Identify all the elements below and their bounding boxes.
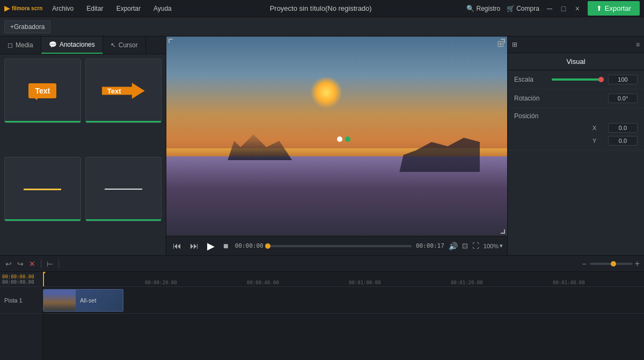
zoom-bar: − + [581,258,640,269]
timeline: ↩ ↪ ✕ ⊢ − + 00:00:00.00 00:00:00.00 Pist… [0,255,644,360]
tab-cursor[interactable]: ↖ Cursor [103,37,146,54]
user-icon: 🔍 [466,5,474,12]
delete-button[interactable]: ✕ [28,258,36,269]
screen-icon-top-right[interactable]: ⊞ [497,39,504,49]
right-panel-icon: ⊞ [512,41,517,48]
menu-exportar[interactable]: Exportar [113,4,144,13]
close-button[interactable]: × [574,5,581,12]
tab-media[interactable]: ◻ Media [0,37,41,54]
right-panel-header: ⊞ ≡ [508,37,644,53]
clip-thumbnail [43,289,76,312]
corner-marker-br [501,229,505,234]
zoom-track[interactable] [590,263,633,265]
volume-icon[interactable]: 🔊 [449,242,458,250]
prev-frame-button[interactable]: ⏭ [188,240,201,252]
minimize-button[interactable]: ─ [546,5,553,12]
media-icon: ◻ [8,41,13,49]
progress-bar[interactable] [268,245,412,247]
play-button[interactable]: ▶ [205,239,217,253]
sun-element [310,76,342,109]
arrow-text-preview: Text [102,83,145,99]
scale-slider[interactable] [552,78,604,81]
time-end: 00:00:17 [416,242,444,249]
scale-slider-fill [552,78,604,81]
y-label: Y [592,138,601,144]
annotation-bottom-line [5,121,80,123]
ruler-mark-2: 00:00:40.00 [247,280,279,285]
stop-button[interactable]: ■ [221,240,231,252]
project-title: Proyecto sin título(No registrado) [181,4,460,12]
toolbar-separator-2 [58,260,59,268]
ruler-mark-3: 00:01:00.00 [349,280,381,285]
compra-button[interactable]: 🛒 Compra [507,5,539,12]
yellow-line-preview [24,189,61,190]
preview-background: ⊞ [166,37,507,236]
track-row-1: All-set [43,287,644,314]
timeline-ruler: 00:00:20.00 00:00:40.00 00:01:00.00 00:0… [43,272,644,287]
menu-ayuda[interactable]: Ayuda [150,4,175,13]
tab-anotaciones[interactable]: 💬 Anotaciones [41,37,103,54]
zoom-thumb[interactable] [611,261,616,267]
scale-value[interactable]: 100 [608,75,638,84]
grabadora-button[interactable]: +Grabadora [4,20,50,33]
playhead[interactable] [43,272,44,286]
white-line-preview [105,189,142,190]
annotation-white-line[interactable] [85,157,162,221]
menu-archivo[interactable]: Archivo [49,4,77,13]
right-panel-title: Visual [508,53,644,70]
preview-canvas: ⊞ [166,37,507,236]
toolbar-separator [41,260,41,268]
time-current: 00:00:00 [235,242,264,249]
clip-name: All-set [76,297,101,304]
app-logo: ▶ filmora scrn [4,4,42,12]
annotation-bottom-line-4 [86,219,162,221]
track-label-1: Pista 1 [0,287,42,314]
progress-thumb[interactable] [265,243,270,249]
export-button[interactable]: ⬆ Exportar [588,1,640,16]
split-button[interactable]: ⊢ [46,258,54,269]
annotation-bottom-line-2 [86,121,162,123]
ruler-mark-4: 00:01:20.00 [451,280,483,285]
rotation-value[interactable]: 0.0° [608,93,638,103]
annotation-arrow-text[interactable]: Text [85,59,162,123]
annotation-yellow-line[interactable] [4,157,81,221]
zoom-in-button[interactable]: + [635,259,640,269]
corner-marker-tl [169,39,173,43]
right-menu-icon[interactable]: ≡ [636,41,640,48]
skip-back-button[interactable]: ⏮ [171,240,184,252]
zoom-control[interactable]: 100% ▾ [484,242,503,249]
scale-slider-dot [598,77,604,82]
ruler-mark-5: 00:01:40.00 [553,280,585,285]
app-name: filmora scrn [12,5,42,11]
export-icon: ⬆ [596,4,602,12]
main-area: ◻ Media 💬 Anotaciones ↖ Cursor Text Text [0,37,644,255]
time-display-area: 00:00:00.00 00:00:00.00 [0,272,42,287]
cursor-icon: ↖ [111,41,116,49]
ruler-mark-1: 00:00:20.00 [145,280,177,285]
clip-all-set[interactable]: All-set [43,289,123,312]
x-label: X [592,125,601,131]
fullscreen-button[interactable]: ⛶ [472,242,479,250]
rotation-label: Rotación [514,95,552,102]
position-y-row: Y 0.0 [514,136,638,146]
maximize-button[interactable]: □ [560,5,567,12]
timeline-toolbar: ↩ ↪ ✕ ⊢ − + [0,256,644,272]
annotation-bubble-text[interactable]: Text [4,59,81,123]
crop-button[interactable]: ⊡ [462,242,468,250]
undo-button[interactable]: ↩ [4,258,13,269]
annotation-icon: 💬 [49,41,57,48]
scale-property-row: Escala 100 [508,70,644,89]
topbar-right: 🔍 Registro 🛒 Compra ─ □ × ⬆ Exportar [466,1,640,16]
annotations-grid: Text Text [0,54,166,255]
redo-button[interactable]: ↪ [16,258,25,269]
position-y-value[interactable]: 0.0 [608,136,638,146]
position-label: Posición [514,112,552,120]
zoom-out-button[interactable]: − [581,258,587,269]
track-labels: 00:00:00.00 00:00:00.00 Pista 1 [0,272,43,360]
menu-editar[interactable]: Editar [83,4,106,13]
timeline-tracks: 00:00:20.00 00:00:40.00 00:01:00.00 00:0… [43,272,644,360]
secondary-toolbar: +Grabadora [0,17,644,37]
position-x-row: X 0.0 [514,123,638,133]
position-x-value[interactable]: 0.0 [608,123,638,133]
registro-button[interactable]: 🔍 Registro [466,5,500,12]
